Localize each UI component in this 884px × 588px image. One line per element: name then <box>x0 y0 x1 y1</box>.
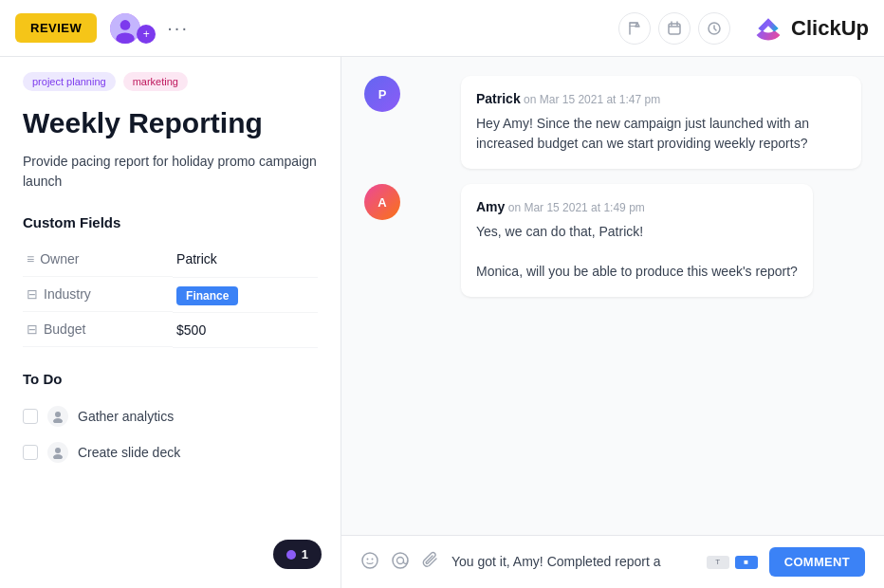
text-format-icons: T ■ <box>707 556 758 569</box>
avatar-group: + <box>108 11 156 46</box>
comment-timestamp-patrick: on Mar 15 2021 at 1:47 pm <box>524 93 660 106</box>
industry-label: Industry <box>44 286 91 302</box>
svg-point-15 <box>393 553 408 568</box>
todo-user-icon-2 <box>47 442 68 463</box>
format-icon-1[interactable]: T <box>707 556 729 569</box>
svg-point-13 <box>367 558 369 560</box>
comment-amy: A Amy on Mar 15 2021 at 1:49 pm Yes, we … <box>364 184 861 297</box>
finance-badge[interactable]: Finance <box>176 286 238 305</box>
field-industry: ⊟ Industry Finance <box>23 277 318 312</box>
comment-text-patrick: Hey Amy! Since the new campaign just lau… <box>476 114 846 154</box>
avatar-amy: A <box>364 184 400 220</box>
flag-icon-button[interactable] <box>618 12 651 45</box>
comment-patrick: P Patrick on Mar 15 2021 at 1:47 pm Hey … <box>364 76 861 169</box>
attach-icon[interactable] <box>421 551 440 574</box>
format-icon-2[interactable]: ■ <box>735 556 758 569</box>
todo-title: To Do <box>23 371 318 387</box>
tag-project-planning[interactable]: project planning <box>23 72 116 91</box>
comment-bubble-patrick: Patrick on Mar 15 2021 at 1:47 pm Hey Am… <box>461 76 861 169</box>
comment-meta-patrick: Patrick on Mar 15 2021 at 1:47 pm <box>476 91 846 106</box>
comment-button[interactable]: COMMENT <box>769 547 865 577</box>
svg-point-11 <box>53 454 63 459</box>
budget-value[interactable]: $500 <box>173 312 318 347</box>
tags-container: project planning marketing <box>23 72 318 91</box>
emoji-icon[interactable] <box>360 551 379 574</box>
todo-user-icon-1 <box>47 406 68 427</box>
field-owner: ≡ Owner Patrick <box>23 242 318 277</box>
svg-point-16 <box>397 557 404 563</box>
left-panel: project planning marketing Weekly Report… <box>0 57 341 588</box>
industry-value[interactable]: Finance <box>173 277 318 312</box>
todo-label-2: Create slide deck <box>78 445 180 460</box>
svg-point-1 <box>120 20 131 30</box>
floating-btn-count: 1 <box>302 547 308 561</box>
main-content: project planning marketing Weekly Report… <box>0 57 884 588</box>
add-member-button[interactable]: + <box>137 25 156 44</box>
todo-label-1: Gather analytics <box>78 409 174 424</box>
comment-text-amy: Yes, we can do that, Patrick! Monica, wi… <box>476 222 798 282</box>
header: REVIEW + ··· <box>0 0 884 57</box>
comment-meta-amy: Amy on Mar 15 2021 at 1:49 pm <box>476 199 798 214</box>
field-budget: ⊟ Budget $500 <box>23 312 318 347</box>
todo-item-gather-analytics: Gather analytics <box>23 398 318 434</box>
header-right: ClickUp <box>618 12 869 45</box>
svg-point-9 <box>53 418 63 423</box>
reply-input[interactable]: You got it, Amy! Completed report a <box>451 553 695 572</box>
at-icon[interactable] <box>391 551 410 574</box>
todo-checkbox-1[interactable] <box>23 409 38 424</box>
todo-checkbox-2[interactable] <box>23 445 38 460</box>
industry-field-icon: ⊟ <box>27 286 38 302</box>
page-title: Weekly Reporting <box>23 106 318 140</box>
svg-point-12 <box>362 553 378 568</box>
header-left: REVIEW + ··· <box>15 11 189 46</box>
custom-fields-table: ≡ Owner Patrick ⊟ Industry Finance <box>23 242 318 348</box>
svg-point-8 <box>55 412 61 417</box>
svg-point-2 <box>117 32 136 44</box>
more-options-button[interactable]: ··· <box>167 17 189 39</box>
comment-author-patrick: Patrick <box>476 91 521 106</box>
right-panel: P Patrick on Mar 15 2021 at 1:47 pm Hey … <box>341 57 884 588</box>
comments-area: P Patrick on Mar 15 2021 at 1:47 pm Hey … <box>341 57 884 535</box>
owner-value[interactable]: Patrick <box>173 242 318 277</box>
review-button[interactable]: REVIEW <box>15 13 97 43</box>
tag-marketing[interactable]: marketing <box>123 72 188 91</box>
comment-author-amy: Amy <box>476 199 505 214</box>
clickup-name: ClickUp <box>791 16 869 41</box>
custom-fields-title: Custom Fields <box>23 214 318 230</box>
todo-section: To Do Gather analytics Create slide deck <box>23 371 318 470</box>
budget-field-icon: ⊟ <box>27 322 38 337</box>
svg-point-10 <box>55 448 61 453</box>
floating-dot <box>286 550 296 560</box>
budget-label: Budget <box>44 322 85 337</box>
todo-item-create-slide-deck: Create slide deck <box>23 434 318 470</box>
page-description: Provide pacing report for holiday promo … <box>23 152 318 192</box>
owner-field-icon: ≡ <box>27 251 34 266</box>
owner-label: Owner <box>40 251 79 266</box>
floating-action-button[interactable]: 1 <box>273 540 322 569</box>
svg-point-14 <box>372 558 374 560</box>
clock-icon-button[interactable] <box>698 12 730 45</box>
calendar-icon-button[interactable] <box>658 12 691 45</box>
svg-rect-3 <box>669 24 680 34</box>
reply-area: You got it, Amy! Completed report a T ■ … <box>341 535 884 588</box>
comment-bubble-amy: Amy on Mar 15 2021 at 1:49 pm Yes, we ca… <box>461 184 813 297</box>
comment-timestamp-amy: on Mar 15 2021 at 1:49 pm <box>508 201 645 214</box>
clickup-logo: ClickUp <box>753 13 869 44</box>
avatar-patrick: P <box>364 76 400 112</box>
